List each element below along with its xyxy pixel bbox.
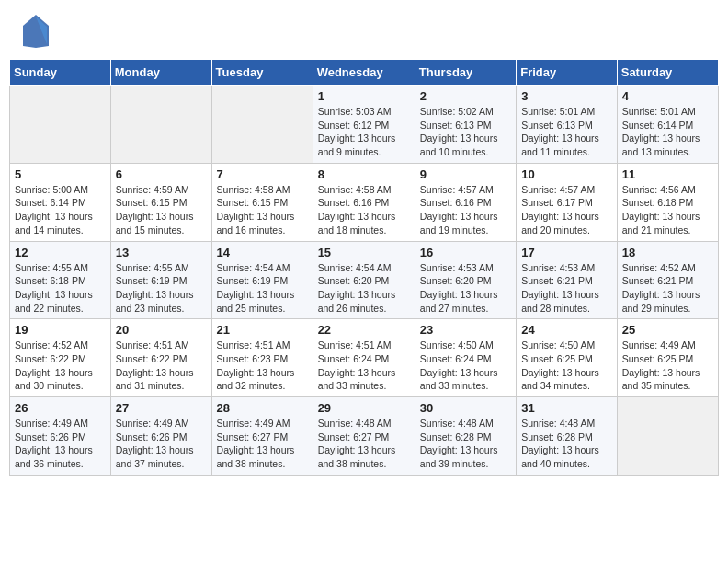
day-number: 23 bbox=[420, 323, 511, 337]
day-info: Sunrise: 4:50 AM Sunset: 6:24 PM Dayligh… bbox=[420, 339, 511, 393]
day-info: Sunrise: 5:01 AM Sunset: 6:14 PM Dayligh… bbox=[622, 105, 713, 159]
day-number: 8 bbox=[318, 167, 410, 181]
calendar-day-cell: 14Sunrise: 4:54 AM Sunset: 6:19 PM Dayli… bbox=[211, 241, 313, 319]
day-number: 10 bbox=[521, 167, 612, 181]
day-number: 7 bbox=[217, 167, 308, 181]
calendar-day-cell: 22Sunrise: 4:51 AM Sunset: 6:24 PM Dayli… bbox=[313, 319, 415, 397]
calendar-day-cell: 10Sunrise: 4:57 AM Sunset: 6:17 PM Dayli… bbox=[517, 163, 618, 241]
calendar-day-cell: 29Sunrise: 4:48 AM Sunset: 6:27 PM Dayli… bbox=[313, 397, 415, 476]
day-info: Sunrise: 4:53 AM Sunset: 6:21 PM Dayligh… bbox=[521, 261, 612, 316]
logo-icon bbox=[21, 13, 51, 50]
weekday-header-friday: Friday bbox=[517, 60, 618, 86]
day-number: 17 bbox=[521, 246, 612, 259]
day-number: 11 bbox=[622, 167, 713, 181]
calendar-day-cell bbox=[617, 397, 718, 476]
day-info: Sunrise: 4:52 AM Sunset: 6:21 PM Dayligh… bbox=[622, 261, 713, 316]
day-number: 25 bbox=[622, 323, 713, 337]
calendar-day-cell bbox=[110, 86, 211, 164]
calendar-day-cell: 21Sunrise: 4:51 AM Sunset: 6:23 PM Dayli… bbox=[211, 319, 313, 397]
calendar-day-cell: 19Sunrise: 4:52 AM Sunset: 6:22 PM Dayli… bbox=[10, 319, 111, 397]
calendar-day-cell: 7Sunrise: 4:58 AM Sunset: 6:15 PM Daylig… bbox=[211, 163, 313, 241]
day-info: Sunrise: 4:56 AM Sunset: 6:18 PM Dayligh… bbox=[622, 183, 713, 237]
day-info: Sunrise: 4:48 AM Sunset: 6:27 PM Dayligh… bbox=[318, 417, 410, 471]
day-number: 26 bbox=[15, 401, 106, 415]
weekday-header-wednesday: Wednesday bbox=[313, 60, 415, 86]
calendar-day-cell: 24Sunrise: 4:50 AM Sunset: 6:25 PM Dayli… bbox=[517, 319, 618, 397]
day-number: 28 bbox=[217, 401, 308, 415]
calendar-week-row: 5Sunrise: 5:00 AM Sunset: 6:14 PM Daylig… bbox=[10, 163, 719, 241]
day-info: Sunrise: 4:53 AM Sunset: 6:20 PM Dayligh… bbox=[420, 261, 511, 316]
day-info: Sunrise: 5:00 AM Sunset: 6:14 PM Dayligh… bbox=[15, 183, 106, 237]
calendar-day-cell: 8Sunrise: 4:58 AM Sunset: 6:16 PM Daylig… bbox=[313, 163, 415, 241]
day-info: Sunrise: 4:49 AM Sunset: 6:26 PM Dayligh… bbox=[116, 417, 207, 471]
day-number: 6 bbox=[116, 167, 207, 181]
day-number: 4 bbox=[622, 89, 713, 103]
day-info: Sunrise: 4:55 AM Sunset: 6:19 PM Dayligh… bbox=[116, 261, 207, 316]
calendar-day-cell: 17Sunrise: 4:53 AM Sunset: 6:21 PM Dayli… bbox=[517, 241, 618, 319]
day-info: Sunrise: 5:02 AM Sunset: 6:13 PM Dayligh… bbox=[420, 105, 511, 159]
day-info: Sunrise: 4:49 AM Sunset: 6:27 PM Dayligh… bbox=[217, 417, 308, 471]
day-info: Sunrise: 4:49 AM Sunset: 6:25 PM Dayligh… bbox=[622, 339, 713, 393]
calendar-day-cell: 4Sunrise: 5:01 AM Sunset: 6:14 PM Daylig… bbox=[617, 86, 718, 164]
day-info: Sunrise: 5:01 AM Sunset: 6:13 PM Dayligh… bbox=[521, 105, 612, 159]
weekday-header-thursday: Thursday bbox=[415, 60, 516, 86]
day-info: Sunrise: 4:48 AM Sunset: 6:28 PM Dayligh… bbox=[521, 417, 612, 471]
calendar-day-cell: 25Sunrise: 4:49 AM Sunset: 6:25 PM Dayli… bbox=[617, 319, 718, 397]
day-info: Sunrise: 4:55 AM Sunset: 6:18 PM Dayligh… bbox=[15, 261, 106, 316]
calendar-day-cell: 6Sunrise: 4:59 AM Sunset: 6:15 PM Daylig… bbox=[110, 163, 211, 241]
calendar-week-row: 19Sunrise: 4:52 AM Sunset: 6:22 PM Dayli… bbox=[10, 319, 719, 397]
day-info: Sunrise: 4:57 AM Sunset: 6:16 PM Dayligh… bbox=[420, 183, 511, 237]
day-info: Sunrise: 4:57 AM Sunset: 6:17 PM Dayligh… bbox=[521, 183, 612, 237]
calendar-day-cell: 1Sunrise: 5:03 AM Sunset: 6:12 PM Daylig… bbox=[313, 86, 415, 164]
calendar-day-cell: 28Sunrise: 4:49 AM Sunset: 6:27 PM Dayli… bbox=[211, 397, 313, 476]
day-number: 2 bbox=[420, 89, 511, 103]
day-info: Sunrise: 4:48 AM Sunset: 6:28 PM Dayligh… bbox=[420, 417, 511, 471]
calendar-day-cell bbox=[211, 86, 313, 164]
day-number: 31 bbox=[521, 401, 612, 415]
day-number: 12 bbox=[15, 246, 106, 259]
day-number: 13 bbox=[116, 246, 207, 259]
day-info: Sunrise: 4:54 AM Sunset: 6:20 PM Dayligh… bbox=[318, 261, 410, 316]
weekday-header-sunday: Sunday bbox=[10, 60, 111, 86]
page: SundayMondayTuesdayWednesdayThursdayFrid… bbox=[0, 0, 728, 485]
day-number: 9 bbox=[420, 167, 511, 181]
day-number: 18 bbox=[622, 246, 713, 259]
calendar-day-cell: 31Sunrise: 4:48 AM Sunset: 6:28 PM Dayli… bbox=[517, 397, 618, 476]
calendar-week-row: 26Sunrise: 4:49 AM Sunset: 6:26 PM Dayli… bbox=[10, 397, 719, 476]
weekday-header-saturday: Saturday bbox=[617, 60, 718, 86]
calendar-day-cell: 27Sunrise: 4:49 AM Sunset: 6:26 PM Dayli… bbox=[110, 397, 211, 476]
day-number: 21 bbox=[217, 323, 308, 337]
calendar-day-cell: 23Sunrise: 4:50 AM Sunset: 6:24 PM Dayli… bbox=[415, 319, 516, 397]
calendar-day-cell: 5Sunrise: 5:00 AM Sunset: 6:14 PM Daylig… bbox=[10, 163, 111, 241]
calendar-header-row: SundayMondayTuesdayWednesdayThursdayFrid… bbox=[10, 60, 719, 86]
day-number: 1 bbox=[318, 89, 410, 103]
day-info: Sunrise: 4:54 AM Sunset: 6:19 PM Dayligh… bbox=[217, 261, 308, 316]
calendar-day-cell: 11Sunrise: 4:56 AM Sunset: 6:18 PM Dayli… bbox=[617, 163, 718, 241]
day-info: Sunrise: 4:51 AM Sunset: 6:22 PM Dayligh… bbox=[116, 339, 207, 393]
day-number: 29 bbox=[318, 401, 410, 415]
calendar-day-cell: 3Sunrise: 5:01 AM Sunset: 6:13 PM Daylig… bbox=[517, 86, 618, 164]
day-number: 20 bbox=[116, 323, 207, 337]
calendar-week-row: 12Sunrise: 4:55 AM Sunset: 6:18 PM Dayli… bbox=[10, 241, 719, 319]
day-number: 27 bbox=[116, 401, 207, 415]
day-number: 5 bbox=[15, 167, 106, 181]
weekday-header-tuesday: Tuesday bbox=[211, 60, 313, 86]
calendar-table: SundayMondayTuesdayWednesdayThursdayFrid… bbox=[9, 59, 719, 476]
weekday-header-monday: Monday bbox=[110, 60, 211, 86]
calendar-day-cell: 15Sunrise: 4:54 AM Sunset: 6:20 PM Dayli… bbox=[313, 241, 415, 319]
day-number: 24 bbox=[521, 323, 612, 337]
day-number: 22 bbox=[318, 323, 410, 337]
day-number: 14 bbox=[217, 246, 308, 259]
day-info: Sunrise: 4:51 AM Sunset: 6:23 PM Dayligh… bbox=[217, 339, 308, 393]
day-info: Sunrise: 4:50 AM Sunset: 6:25 PM Dayligh… bbox=[521, 339, 612, 393]
day-number: 30 bbox=[420, 401, 511, 415]
day-number: 16 bbox=[420, 246, 511, 259]
calendar-day-cell: 13Sunrise: 4:55 AM Sunset: 6:19 PM Dayli… bbox=[110, 241, 211, 319]
calendar-day-cell: 2Sunrise: 5:02 AM Sunset: 6:13 PM Daylig… bbox=[415, 86, 516, 164]
calendar-day-cell bbox=[10, 86, 111, 164]
calendar-day-cell: 12Sunrise: 4:55 AM Sunset: 6:18 PM Dayli… bbox=[10, 241, 111, 319]
day-info: Sunrise: 4:58 AM Sunset: 6:16 PM Dayligh… bbox=[318, 183, 410, 237]
calendar-day-cell: 18Sunrise: 4:52 AM Sunset: 6:21 PM Dayli… bbox=[617, 241, 718, 319]
day-number: 3 bbox=[521, 89, 612, 103]
day-info: Sunrise: 4:58 AM Sunset: 6:15 PM Dayligh… bbox=[217, 183, 308, 237]
